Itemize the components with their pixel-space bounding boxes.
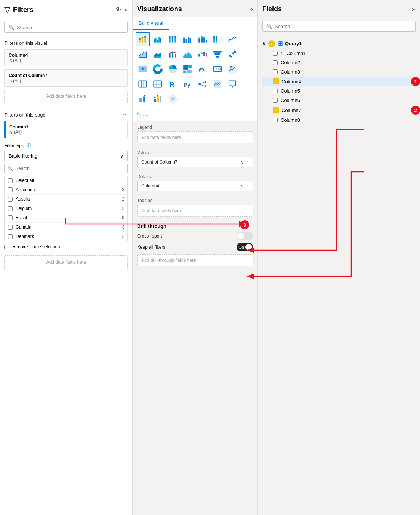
field-column7[interactable]: ✓ Column7 ··· 2	[262, 105, 416, 115]
viz-values-remove-icon[interactable]: ×	[246, 159, 249, 165]
brazil-checkbox[interactable]	[8, 215, 13, 220]
visibility-icon[interactable]: 👁	[115, 6, 121, 13]
viz-details-remove-icon[interactable]: ×	[246, 183, 249, 189]
filter-card-column7[interactable]: Column7 is (All)	[4, 121, 128, 138]
column3-checkbox[interactable]	[273, 69, 278, 74]
viz-icon-donut[interactable]	[151, 62, 165, 76]
viz-icon-decomp-tree[interactable]	[195, 77, 210, 91]
denmark-checkbox[interactable]	[8, 234, 13, 239]
query1-label: Query1	[285, 41, 302, 46]
field-column3[interactable]: Column3	[262, 67, 416, 77]
viz-icon-100-stacked-bar[interactable]	[166, 32, 180, 46]
field-column2[interactable]: Column2	[262, 58, 416, 67]
column7-checkbox-checked[interactable]: ✓	[273, 107, 279, 113]
filters-search-input[interactable]	[17, 25, 124, 30]
filters-page-more-icon[interactable]: ···	[123, 111, 128, 118]
viz-icon-100-stacked-col[interactable]	[210, 32, 225, 46]
canada-checkbox[interactable]	[8, 225, 13, 230]
viz-icon-card[interactable]: 123	[210, 62, 225, 76]
fields-search-input[interactable]	[275, 24, 411, 29]
viz-icon-pie[interactable]	[166, 62, 180, 76]
add-fields-visual[interactable]: Add data fields here	[4, 90, 128, 103]
field-column1[interactable]: Σ Column1	[262, 49, 416, 58]
query1-header[interactable]: ∨ ! ⊞ Query1	[262, 38, 416, 49]
viz-tooltips-drop[interactable]: Add data fields here	[137, 205, 253, 217]
viz-icon-funnel[interactable]	[210, 47, 225, 61]
collapse-filters-icon[interactable]: »	[124, 6, 128, 13]
filter-item-austria[interactable]: Austria 2	[5, 195, 127, 204]
viz-icon-treemap[interactable]	[180, 62, 195, 76]
viz-expand-icon[interactable]: »	[136, 110, 140, 118]
filter-item-belgium[interactable]: Belgium 2	[5, 204, 127, 213]
viz-icon-line-clustered[interactable]	[166, 47, 180, 61]
collapse-viz-icon[interactable]: »	[249, 5, 253, 13]
viz-icon-custom4[interactable]	[151, 92, 165, 106]
argentina-checkbox[interactable]	[8, 187, 13, 192]
add-fields-page[interactable]: Add data fields here	[4, 255, 128, 269]
filter-item-canada[interactable]: Canada 3	[5, 223, 127, 232]
viz-icon-r-visual[interactable]: R	[166, 77, 180, 91]
drill-add-fields[interactable]: Add drill-through fields here	[137, 254, 253, 266]
viz-header: Visualizations »	[133, 0, 257, 17]
filter-card-column7-count[interactable]: Count of Column7 is (All)	[4, 69, 128, 87]
info-icon: ⓘ	[27, 143, 31, 148]
field-column8[interactable]: Column8	[262, 115, 416, 125]
filter-inner-search-input[interactable]	[15, 166, 124, 171]
viz-icon-diamond[interactable]	[166, 92, 180, 106]
filter-item-denmark[interactable]: Denmark 2	[5, 232, 127, 241]
select-all-checkbox[interactable]	[8, 178, 13, 183]
viz-icon-stacked-area[interactable]	[151, 47, 165, 61]
viz-icon-waterfall[interactable]	[195, 47, 210, 61]
column8-checkbox[interactable]	[273, 118, 278, 122]
field-column4[interactable]: ✓ Column4 1	[262, 77, 416, 86]
filter-inner-search[interactable]: 🔍	[4, 164, 128, 173]
column2-checkbox[interactable]	[273, 60, 278, 65]
column6-checkbox[interactable]	[273, 98, 278, 103]
filter-select-all[interactable]: Select all	[5, 176, 127, 185]
viz-icon-area[interactable]	[136, 47, 150, 61]
viz-icon-scatter[interactable]	[225, 47, 240, 61]
viz-more-label[interactable]: ...	[142, 110, 148, 118]
viz-icon-python[interactable]: Py	[180, 77, 195, 91]
tab-build-visual[interactable]: Build visual	[133, 17, 169, 30]
viz-icon-custom3[interactable]	[136, 92, 150, 106]
viz-icon-clustered-col[interactable]	[180, 32, 195, 46]
collapse-fields-icon[interactable]: »	[412, 5, 416, 13]
field-column6[interactable]: Column6	[262, 96, 416, 105]
viz-icon-kpi[interactable]: KPI	[225, 62, 240, 76]
viz-values-field[interactable]: Count of Column7 ∨ ×	[137, 157, 253, 167]
viz-icon-map[interactable]	[136, 62, 150, 76]
cross-report-toggle[interactable]	[237, 232, 253, 240]
filter-card-column4[interactable]: Column4 is (All)	[4, 49, 128, 66]
column1-checkbox[interactable]	[273, 51, 278, 56]
viz-icon-speech[interactable]	[225, 77, 240, 91]
viz-tabs: Build visual	[133, 17, 257, 30]
require-single-checkbox[interactable]	[4, 245, 9, 249]
viz-title: Visualizations	[137, 5, 249, 13]
filter-type-dropdown[interactable]: Basic filtering ∨	[4, 151, 128, 161]
filter-item-argentina[interactable]: Argentina 3	[5, 185, 127, 195]
column4-checkbox-checked[interactable]: ✓	[273, 78, 279, 84]
viz-icon-clustered-bar[interactable]	[151, 32, 165, 46]
viz-icon-stacked-bar[interactable]	[136, 32, 150, 46]
filters-search-box[interactable]: 🔍	[4, 22, 128, 33]
viz-icon-table-visual[interactable]	[136, 77, 150, 91]
viz-icon-line[interactable]	[225, 32, 240, 46]
austria-checkbox[interactable]	[8, 197, 13, 202]
field-column5[interactable]: Column5	[262, 86, 416, 96]
keep-filters-toggle[interactable]: On	[237, 243, 253, 251]
viz-legend-drop[interactable]: Add data fields here	[137, 131, 253, 143]
viz-icon-matrix[interactable]	[151, 77, 165, 91]
filters-visual-more-icon[interactable]: ···	[123, 40, 128, 46]
viz-values-expand-icon[interactable]: ∨	[241, 159, 244, 165]
fields-search-box[interactable]: 🔍	[262, 21, 416, 32]
viz-details-field[interactable]: Column4 ∨ ×	[137, 181, 253, 191]
viz-icon-gauge[interactable]	[195, 62, 210, 76]
viz-icon-ribbon[interactable]	[180, 47, 195, 61]
viz-icon-custom1[interactable]	[210, 77, 225, 91]
column5-checkbox[interactable]	[273, 89, 278, 93]
viz-icon-stacked-col[interactable]	[195, 32, 210, 46]
viz-details-expand-icon[interactable]: ∨	[241, 183, 244, 189]
belgium-checkbox[interactable]	[8, 206, 13, 211]
filter-item-brazil[interactable]: Brazil 9	[5, 213, 127, 223]
